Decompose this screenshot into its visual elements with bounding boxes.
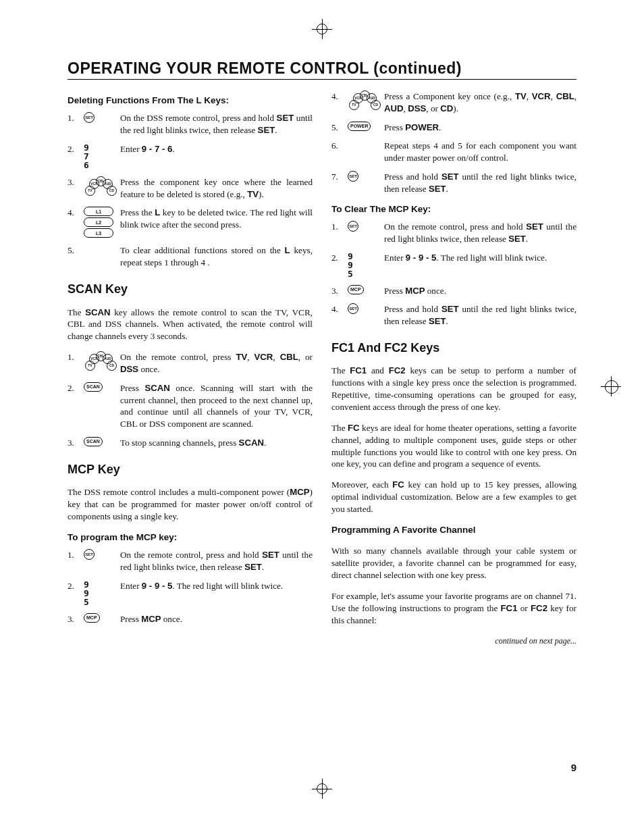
step-scan-3: 3. SCAN To stop scanning channels, press…	[68, 437, 313, 449]
column-left: Deleting Functions From The L Keys: 1. S…	[68, 86, 313, 646]
set-key: SET	[348, 171, 358, 182]
subhead-mcp-program: To program the MCP key:	[68, 531, 313, 544]
l3-key: L3	[84, 228, 113, 238]
step-text: Repeat steps 4 and 5 for each component …	[384, 140, 576, 164]
component-key-arc: TV VCR CBL AUD CD	[348, 90, 377, 109]
column-right: 4. TV VCR CBL AUD CD Press a Component k…	[331, 86, 576, 646]
step-mcp-1: 1. SET On the remote control, press and …	[68, 549, 313, 573]
fav-para-1: With so many channels available through …	[331, 545, 576, 581]
set-key: SET	[84, 112, 95, 123]
step-text: Press MCP once.	[384, 285, 576, 297]
set-key-icon: SET	[348, 221, 377, 232]
scan-key-icon: SCAN	[84, 437, 113, 446]
step-num: 3.	[331, 285, 341, 297]
step-text: To stop scanning channels, press SCAN.	[120, 437, 313, 449]
step-scan-2: 2. SCAN Press SCAN once. Scanning will s…	[68, 382, 313, 430]
step-del-3: 3. TV VCR CBL AUD CD Press the component…	[68, 176, 313, 201]
mcp-key-icon: MCP	[84, 613, 113, 623]
step-text: To clear additional functions stored on …	[120, 244, 313, 269]
step-num: 5.	[68, 244, 77, 257]
section-scan: SCAN Key	[68, 281, 313, 297]
step-num: 1.	[331, 221, 341, 233]
set-key: SET	[348, 303, 358, 314]
section-mcp: MCP Key	[68, 461, 313, 477]
subhead-deleting: Deleting Functions From The L Keys:	[68, 95, 313, 107]
step-text: Enter 9 - 7 - 6.	[120, 143, 313, 155]
mcp-key: MCP	[84, 613, 100, 623]
step-text: Press SCAN once. Scanning will start wit…	[120, 382, 313, 430]
set-key-icon: SET	[348, 171, 377, 182]
fav-para-2: For example, let's assume your favorite …	[331, 590, 576, 626]
step-num: 6.	[331, 140, 341, 152]
component-key-arc: TV VCR CBL AUD CD	[84, 176, 113, 195]
step-r5: 5. POWER Press POWER.	[331, 122, 576, 134]
section-fc: FC1 And FC2 Keys	[331, 340, 576, 356]
step-text: On the remote control, press TV, VCR, CB…	[120, 351, 313, 375]
mcp-key: MCP	[348, 285, 364, 294]
fc-para-1: The FC1 and FC2 keys can be setup to per…	[331, 365, 576, 413]
step-num: 5.	[331, 122, 341, 134]
columns: Deleting Functions From The L Keys: 1. S…	[68, 86, 576, 646]
step-text: Press the L key to be deleted twice. The…	[120, 207, 313, 231]
page-title: OPERATING YOUR REMOTE CONTROL (continued…	[68, 59, 576, 80]
step-c1: 1. SET On the remote control, press and …	[331, 221, 576, 245]
step-text: On the DSS remote control, press and hol…	[120, 112, 313, 136]
step-mcp-3: 3. MCP Press MCP once.	[68, 613, 313, 625]
step-text: On the remote control, press and hold SE…	[120, 549, 313, 573]
step-text: Enter 9 - 9 - 5. The red light will blin…	[384, 252, 576, 264]
step-num: 1.	[68, 351, 77, 363]
step-del-5: 5. To clear additional functions stored …	[68, 244, 313, 269]
step-num: 2.	[68, 580, 77, 592]
step-text: Enter 9 - 9 - 5. The red light will blin…	[120, 580, 313, 592]
step-num: 2.	[68, 382, 77, 394]
step-text: Press a Component key once (e.g., TV, VC…	[384, 90, 576, 115]
fc-para-3: Moreover, each FC key can hold up to 15 …	[331, 479, 576, 515]
set-key-icon: SET	[348, 303, 377, 314]
digits-976: 9 7 6	[84, 143, 113, 170]
l1-key: L1	[84, 207, 113, 216]
step-r6: 6. Repeat steps 4 and 5 for each compone…	[331, 140, 576, 164]
component-key-arc: TV VCR CBL AUD CD	[84, 351, 113, 370]
step-text: Press POWER.	[384, 122, 576, 134]
step-text: Press and hold SET until the red light b…	[384, 303, 576, 328]
step-mcp-2: 2. 9 9 5 Enter 9 - 9 - 5. The red light …	[68, 580, 313, 606]
subhead-clear-mcp: To Clear The MCP Key:	[331, 203, 576, 215]
l-keys: L1 L2 L3	[84, 207, 113, 238]
step-num: 3.	[68, 437, 77, 449]
subhead-fav-channel: Programming A Favorite Channel	[331, 524, 576, 536]
mcp-intro: The DSS remote control includes a multi-…	[68, 486, 313, 522]
step-text: Press MCP once.	[120, 613, 313, 625]
step-num: 2.	[331, 252, 341, 264]
set-key: SET	[84, 549, 95, 560]
mcp-key-icon: MCP	[348, 285, 377, 294]
power-key: POWER	[348, 122, 371, 131]
step-text: Press the component key once where the l…	[120, 176, 313, 201]
step-c3: 3. MCP Press MCP once.	[331, 285, 576, 297]
page: OPERATING YOUR REMOTE CONTROL (continued…	[0, 0, 644, 834]
step-text: On the remote control, press and hold SE…	[384, 221, 576, 245]
power-key-icon: POWER	[348, 122, 377, 131]
scan-key: SCAN	[84, 437, 103, 446]
step-text: Press and hold SET until the red light b…	[384, 171, 576, 195]
registration-right	[601, 376, 621, 396]
step-del-2: 2. 9 7 6 Enter 9 - 7 - 6.	[68, 143, 313, 170]
step-num: 4.	[68, 207, 77, 219]
l2-key: L2	[84, 217, 113, 227]
set-key-icon: SET	[84, 112, 113, 123]
continued-note: continued on next page...	[331, 635, 576, 646]
step-del-1: 1. SET On the DSS remote control, press …	[68, 112, 313, 136]
digits-995: 9 9 5	[348, 252, 377, 278]
step-del-4: 4. L1 L2 L3 Press the L key to be delete…	[68, 207, 313, 238]
step-num: 4.	[331, 90, 341, 103]
step-num: 3.	[68, 613, 77, 625]
step-scan-1: 1. TV VCR CBL AUD CD On the remote contr…	[68, 351, 313, 375]
page-number: 9	[571, 762, 576, 773]
step-num: 4.	[331, 303, 341, 315]
digits-995: 9 9 5	[84, 580, 113, 606]
fc-para-2: The FC keys are ideal for home theater o…	[331, 422, 576, 470]
set-key: SET	[348, 221, 358, 232]
step-num: 2.	[68, 143, 77, 155]
step-c2: 2. 9 9 5 Enter 9 - 9 - 5. The red light …	[331, 252, 576, 278]
crop-mark-top	[312, 19, 332, 39]
crop-mark-bottom	[312, 779, 332, 799]
